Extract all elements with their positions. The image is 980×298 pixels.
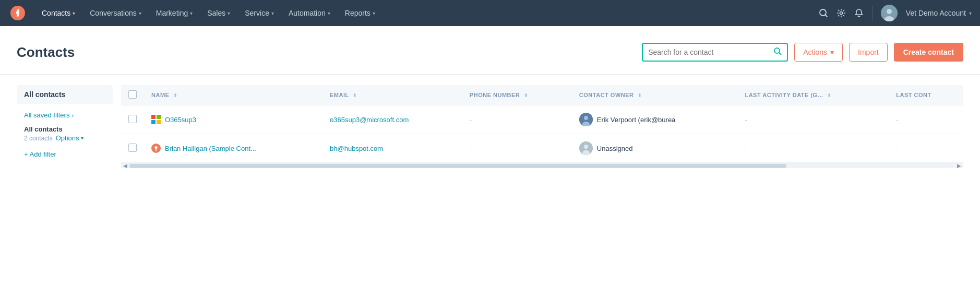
th-name[interactable]: NAME ⬍ — [144, 85, 322, 105]
nav-reports[interactable]: Reports ▾ — [339, 5, 381, 21]
chevron-right-icon: › — [71, 112, 74, 118]
contacts-table: NAME ⬍ EMAIL ⬍ PHONE NUMBER ⬍ CONTACT — [121, 85, 963, 163]
row2-owner-cell: Unassigned — [572, 134, 738, 163]
create-contact-button[interactable]: Create contact — [894, 43, 963, 62]
search-input[interactable] — [648, 48, 773, 56]
actions-button[interactable]: Actions ▾ — [794, 43, 843, 62]
row2-owner-name: Unassigned — [597, 145, 633, 152]
table-header-row: NAME ⬍ EMAIL ⬍ PHONE NUMBER ⬍ CONTACT — [121, 85, 963, 105]
sidebar-group-label: All contacts — [17, 121, 113, 134]
svg-point-3 — [840, 12, 842, 15]
sidebar-all-contacts-title: All contacts — [17, 85, 113, 104]
row2-name-cell: Brian Halligan (Sample Cont... — [144, 134, 322, 163]
nav-contacts[interactable]: Contacts ▾ — [35, 5, 81, 21]
row1-name-cell: O365sup3 — [144, 105, 322, 134]
sidebar-counts-row: 2 contacts Options ▾ — [17, 134, 113, 146]
sidebar-options-button[interactable]: Options ▾ — [56, 134, 83, 142]
chevron-down-icon: ▾ — [328, 10, 330, 16]
settings-icon[interactable] — [836, 8, 846, 18]
row1-email-link[interactable]: o365sup3@microsoft.com — [330, 116, 409, 124]
add-filter-button[interactable]: + Add filter — [17, 146, 113, 162]
row1-name-link[interactable]: O365sup3 — [165, 116, 196, 124]
nav-conversations[interactable]: Conversations ▾ — [83, 5, 148, 21]
search-icon[interactable] — [819, 8, 828, 18]
hubspot-logo[interactable] — [8, 4, 27, 22]
row2-name-link[interactable]: Brian Halligan (Sample Cont... — [165, 145, 256, 152]
row1-last-activity: - — [737, 105, 889, 134]
search-box[interactable] — [642, 43, 788, 62]
row2-checkbox[interactable] — [128, 144, 137, 152]
microsoft-icon — [151, 115, 161, 124]
table-row: O365sup3 o365sup3@microsoft.com - — [121, 105, 963, 134]
row1-email-cell: o365sup3@microsoft.com — [322, 105, 462, 134]
top-navigation: Contacts ▾ Conversations ▾ Marketing ▾ S… — [0, 0, 980, 26]
chevron-down-icon: ▾ — [139, 10, 141, 16]
topnav-right: Vet Demo Account ▾ — [819, 5, 972, 21]
row1-last-cont: - — [889, 105, 963, 134]
scroll-thumb[interactable] — [129, 164, 786, 168]
chevron-down-icon: ▾ — [228, 10, 230, 16]
row2-email-cell: bh@hubspot.com — [322, 134, 462, 163]
row2-owner-avatar — [579, 141, 593, 155]
row1-owner-avatar — [579, 113, 593, 126]
svg-point-10 — [584, 116, 588, 120]
notifications-icon[interactable] — [854, 8, 864, 18]
chevron-down-icon: ▾ — [73, 10, 75, 16]
row2-last-activity: - — [737, 134, 889, 163]
page-divider — [0, 74, 980, 75]
chevron-down-icon: ▾ — [271, 10, 274, 16]
th-owner[interactable]: CONTACT OWNER ⬍ — [572, 85, 738, 105]
search-icon — [773, 47, 782, 57]
row2-checkbox-cell — [121, 134, 144, 163]
page-title: Contacts — [17, 44, 75, 61]
nav-marketing[interactable]: Marketing ▾ — [150, 5, 199, 21]
th-checkbox — [121, 85, 144, 105]
nav-automation[interactable]: Automation ▾ — [282, 5, 337, 21]
sort-icon: ⬍ — [638, 93, 642, 98]
row2-last-cont: - — [889, 134, 963, 163]
chevron-down-icon: ▾ — [81, 135, 83, 141]
avatar[interactable] — [881, 5, 898, 21]
sort-icon: ⬍ — [173, 93, 178, 98]
account-menu[interactable]: Vet Demo Account ▾ — [906, 9, 972, 17]
hubspot-contact-icon — [151, 144, 161, 153]
th-email[interactable]: EMAIL ⬍ — [322, 85, 462, 105]
svg-line-8 — [779, 53, 781, 55]
horizontal-scrollbar[interactable]: ◀ ▶ — [121, 163, 963, 168]
chevron-down-icon: ▾ — [373, 10, 375, 16]
svg-point-15 — [584, 145, 588, 149]
sort-icon: ⬍ — [524, 93, 529, 98]
nav-sales[interactable]: Sales ▾ — [201, 5, 236, 21]
chevron-down-icon: ▾ — [830, 48, 834, 56]
chevron-down-icon: ▾ — [969, 10, 972, 16]
contacts-table-container: NAME ⬍ EMAIL ⬍ PHONE NUMBER ⬍ CONTACT — [121, 85, 963, 168]
page-container: Contacts Actions ▾ Import Create contac — [0, 26, 980, 298]
nav-divider — [872, 6, 873, 20]
nav-service[interactable]: Service ▾ — [238, 5, 280, 21]
sort-icon: ⬍ — [827, 93, 832, 98]
sort-icon: ⬍ — [353, 93, 357, 98]
svg-point-5 — [887, 9, 892, 14]
row1-phone-cell: - — [462, 105, 572, 134]
table-row: Brian Halligan (Sample Cont... bh@hubspo… — [121, 134, 963, 163]
row1-checkbox[interactable] — [128, 115, 137, 123]
row2-phone-cell: - — [462, 134, 572, 163]
select-all-checkbox[interactable] — [128, 90, 137, 99]
sidebar: All contacts All saved filters › All con… — [17, 85, 121, 168]
scroll-right-arrow[interactable]: ▶ — [955, 163, 963, 168]
scroll-left-arrow[interactable]: ◀ — [121, 163, 129, 168]
row1-owner-name: Erik Verpoort (erik@burea — [597, 116, 675, 124]
chevron-down-icon: ▾ — [190, 10, 193, 16]
page-header: Contacts Actions ▾ Import Create contac — [17, 43, 963, 62]
th-last-activity[interactable]: LAST ACTIVITY DATE (G... ⬍ — [737, 85, 889, 105]
header-actions: Actions ▾ Import Create contact — [642, 43, 963, 62]
row1-owner-cell: Erik Verpoort (erik@burea — [572, 105, 738, 134]
th-last-cont: LAST CONT — [889, 85, 963, 105]
row2-email-link[interactable]: bh@hubspot.com — [330, 145, 383, 152]
svg-line-2 — [825, 15, 827, 17]
th-phone[interactable]: PHONE NUMBER ⬍ — [462, 85, 572, 105]
row1-checkbox-cell — [121, 105, 144, 134]
import-button[interactable]: Import — [849, 43, 888, 62]
main-layout: All contacts All saved filters › All con… — [17, 85, 963, 168]
sidebar-saved-filters-link[interactable]: All saved filters › — [17, 109, 113, 121]
